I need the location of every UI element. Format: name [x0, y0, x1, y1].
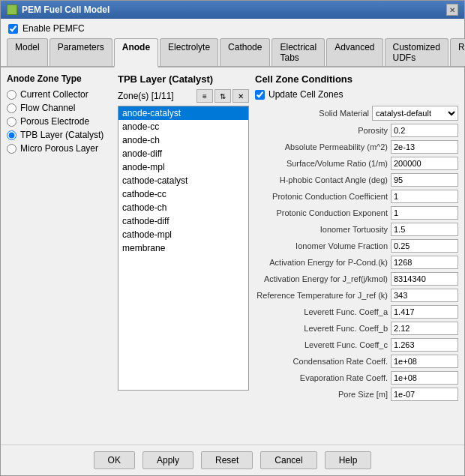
tab-advanced[interactable]: Advanced	[326, 38, 382, 66]
zone-item-cathode-cc[interactable]: cathode-cc	[118, 187, 248, 201]
help-button[interactable]: Help	[325, 451, 372, 469]
enable-checkbox[interactable]	[8, 24, 18, 34]
zone-btn-align-center[interactable]: ⇅	[214, 89, 231, 103]
contact-angle-row: H-phobic Contact Angle (deg)	[255, 173, 458, 187]
radio-tpb-layer[interactable]: TPB Layer (Catalyst)	[7, 129, 112, 141]
update-zones-label: Update Cell Zones	[268, 89, 343, 100]
protonic-exp-label: Protonic Conduction Exponent	[255, 208, 388, 217]
update-cell-zones-checkbox[interactable]	[255, 90, 265, 100]
condensation-row: Condensation Rate Coeff.	[255, 355, 458, 368]
porosity-row: Porosity	[255, 124, 458, 137]
pore-size-input[interactable]	[391, 388, 458, 401]
enable-row: Enable PEMFC	[1, 19, 464, 38]
abs-perm-row: Absolute Permeability (m^2)	[255, 140, 458, 154]
zone-item-anode-ch[interactable]: anode-ch	[118, 133, 248, 147]
tab-customized-udfs[interactable]: Customized UDFs	[385, 38, 448, 66]
protonic-exp-row: Protonic Conduction Exponent	[255, 206, 458, 220]
main-window: PEM Fuel Cell Model ✕ Enable PEMFC Model…	[0, 0, 465, 476]
surface-volume-input[interactable]	[391, 157, 458, 170]
app-icon	[7, 4, 17, 15]
evaporation-input[interactable]	[391, 371, 458, 385]
zone-item-cathode-ch[interactable]: cathode-ch	[118, 201, 248, 214]
pore-size-row: Pore Size [m]	[255, 388, 458, 401]
solid-material-select[interactable]: catalyst-default	[372, 106, 458, 121]
protonic-coeff-label: Protonic Conduction Coefficient	[255, 192, 388, 201]
tab-electrical-tabs[interactable]: Electrical Tabs	[272, 38, 325, 66]
ionomer-volume-row: Ionomer Volume Fraction	[255, 239, 458, 253]
update-zones-row: Update Cell Zones	[255, 89, 458, 100]
zone-list[interactable]: anode-catalyst anode-cc anode-ch anode-d…	[118, 106, 249, 391]
radio-current-collector-label: Current Collector	[20, 89, 88, 100]
leverett-c-label: Leverett Func. Coeff_c	[255, 340, 388, 349]
tab-parameters[interactable]: Parameters	[50, 38, 112, 66]
zone-item-cathode-diff[interactable]: cathode-diff	[118, 214, 248, 228]
protonic-exp-input[interactable]	[391, 206, 458, 220]
bottom-bar: OK Apply Reset Cancel Help	[1, 445, 464, 475]
enable-label: Enable PEMFC	[22, 23, 85, 34]
title-bar: PEM Fuel Cell Model ✕	[1, 1, 464, 19]
zone-item-membrane[interactable]: membrane	[118, 241, 248, 255]
middle-panel: TPB Layer (Catalyst) Zone(s) [1/11] ≡ ⇅ …	[118, 73, 249, 439]
solid-material-row: Solid Material catalyst-default	[255, 106, 458, 121]
tab-cathode[interactable]: Cathode	[220, 38, 270, 66]
radio-flow-channel-label: Flow Channel	[20, 103, 75, 113]
radio-current-collector[interactable]: Current Collector	[7, 88, 112, 100]
apply-button[interactable]: Apply	[142, 451, 194, 469]
radio-micro-porous-label: Micro Porous Layer	[20, 143, 98, 154]
reset-button[interactable]: Reset	[201, 451, 253, 469]
contact-angle-input[interactable]	[391, 173, 458, 187]
porosity-label: Porosity	[255, 126, 388, 135]
tab-electrolyte[interactable]: Electrolyte	[160, 38, 218, 66]
zone-item-anode-cc[interactable]: anode-cc	[118, 120, 248, 133]
act-energy-jref-row: Activation Energy for J_ref(j/kmol)	[255, 272, 458, 286]
radio-flow-channel[interactable]: Flow Channel	[7, 102, 112, 114]
solid-material-label: Solid Material	[255, 109, 369, 118]
abs-perm-label: Absolute Permeability (m^2)	[255, 142, 388, 151]
ref-temp-input[interactable]	[391, 289, 458, 302]
leverett-b-row: Leverett Func. Coeff_b	[255, 322, 458, 335]
pore-size-label: Pore Size [m]	[255, 390, 388, 399]
act-energy-pcond-input[interactable]	[391, 256, 458, 269]
tab-reports[interactable]: Reports	[450, 38, 465, 66]
leverett-b-input[interactable]	[391, 322, 458, 335]
tab-anode[interactable]: Anode	[114, 38, 158, 67]
porosity-input[interactable]	[391, 124, 458, 137]
leverett-c-input[interactable]	[391, 338, 458, 352]
title-bar-left: PEM Fuel Cell Model	[7, 4, 110, 15]
ionomer-volume-input[interactable]	[391, 239, 458, 253]
act-energy-pcond-row: Activation Energy for P-Cond.(k)	[255, 256, 458, 269]
zone-item-cathode-mpl[interactable]: cathode-mpl	[118, 228, 248, 241]
radio-tpb-layer-label: TPB Layer (Catalyst)	[20, 130, 104, 140]
window-title: PEM Fuel Cell Model	[22, 4, 110, 15]
zone-item-anode-catalyst[interactable]: anode-catalyst	[118, 106, 248, 120]
abs-perm-input[interactable]	[391, 140, 458, 154]
zone-item-cathode-catalyst[interactable]: cathode-catalyst	[118, 174, 248, 187]
act-energy-jref-input[interactable]	[391, 272, 458, 286]
zone-item-anode-diff[interactable]: anode-diff	[118, 147, 248, 160]
evaporation-row: Evaporation Rate Coeff.	[255, 371, 458, 385]
close-button[interactable]: ✕	[446, 4, 458, 16]
leverett-a-input[interactable]	[391, 305, 458, 319]
evaporation-label: Evaporation Rate Coeff.	[255, 373, 388, 382]
right-panel: Cell Zone Conditions Update Cell Zones S…	[255, 73, 458, 439]
ionomer-tortuosity-row: Ionomer Tortuosity	[255, 223, 458, 236]
condensation-input[interactable]	[391, 355, 458, 368]
zone-count-label: Zone(s) [1/11]	[118, 91, 174, 101]
cancel-button[interactable]: Cancel	[260, 451, 316, 469]
zone-type-group: Current Collector Flow Channel Porous El…	[7, 88, 112, 154]
zone-buttons: ≡ ⇅ ✕	[196, 89, 249, 103]
ref-temp-label: Reference Temperature for J_ref (k)	[255, 291, 388, 300]
tab-model[interactable]: Model	[7, 38, 48, 66]
ionomer-tortuosity-input[interactable]	[391, 223, 458, 236]
cell-zone-title: Cell Zone Conditions	[255, 73, 458, 85]
protonic-coeff-row: Protonic Conduction Coefficient	[255, 190, 458, 203]
radio-micro-porous[interactable]: Micro Porous Layer	[7, 142, 112, 154]
zone-item-anode-mpl[interactable]: anode-mpl	[118, 160, 248, 174]
protonic-coeff-input[interactable]	[391, 190, 458, 203]
ok-button[interactable]: OK	[94, 451, 135, 469]
zone-btn-align-left[interactable]: ≡	[196, 89, 213, 103]
zone-btn-clear[interactable]: ✕	[232, 89, 249, 103]
ionomer-tortuosity-label: Ionomer Tortuosity	[255, 225, 388, 234]
contact-angle-label: H-phobic Contact Angle (deg)	[255, 175, 388, 184]
radio-porous-electrode[interactable]: Porous Electrode	[7, 115, 112, 127]
